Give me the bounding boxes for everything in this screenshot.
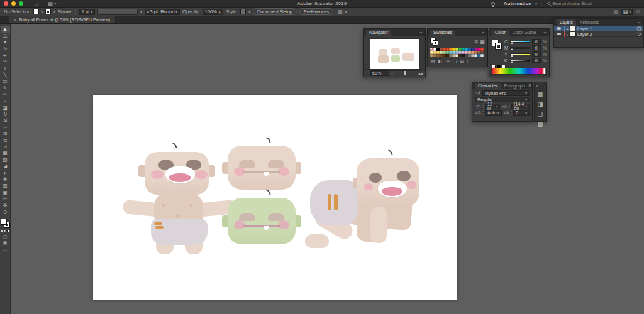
kerning-stepper[interactable]: ▴▾ bbox=[482, 111, 484, 115]
edit-toolbar-button[interactable]: … bbox=[3, 247, 8, 251]
pen-tool[interactable]: ✒ bbox=[1, 53, 10, 59]
document-grid-icon[interactable]: ▦ bbox=[613, 9, 618, 14]
collapsed-transform-panel-icon[interactable]: ❏ bbox=[536, 111, 545, 118]
channel-value-field[interactable]: 0 bbox=[532, 51, 541, 57]
shaper-tool[interactable]: ≈ bbox=[1, 98, 10, 104]
fill-stroke-widget[interactable] bbox=[1, 219, 10, 228]
zoom-tool[interactable]: ⊙ bbox=[1, 209, 10, 215]
fill-caret-icon[interactable]: ▾ bbox=[42, 10, 43, 14]
collapsed-artboards-panel-icon[interactable]: ▦ bbox=[536, 90, 545, 98]
channel-slider[interactable] bbox=[510, 53, 530, 55]
channel-slider[interactable] bbox=[510, 47, 530, 49]
brush-definition-field[interactable]: • 3 pt. Round ▾ bbox=[145, 9, 180, 15]
swatch[interactable] bbox=[430, 48, 433, 51]
stroke-weight-field[interactable]: 1 pt ▾ bbox=[79, 9, 95, 15]
symbol-sprayer-tool[interactable]: ❋ bbox=[1, 176, 10, 183]
eraser-tool[interactable]: ◪ bbox=[1, 105, 10, 111]
layer-target-icon[interactable] bbox=[638, 27, 641, 30]
workspace-switcher[interactable]: Automation bbox=[504, 1, 531, 6]
channel-slider[interactable] bbox=[510, 60, 530, 62]
line-segment-tool[interactable]: ╲ bbox=[1, 72, 10, 78]
channel-slider[interactable] bbox=[510, 41, 530, 43]
layer-visibility-eye-icon[interactable] bbox=[557, 27, 561, 30]
home-icon[interactable]: ⌂ bbox=[35, 1, 38, 7]
column-graph-tool[interactable]: ▥ bbox=[1, 183, 10, 189]
color-panel-menu-icon[interactable]: ≡ bbox=[543, 30, 547, 35]
stroke-caret-icon[interactable]: ▾ bbox=[53, 10, 55, 14]
navigator-zoom-field[interactable]: 50% bbox=[370, 70, 389, 76]
swatch-libraries-icon[interactable]: ▤ bbox=[431, 59, 435, 64]
tab-navigator[interactable]: Navigator bbox=[366, 30, 391, 36]
layer-thumbnail[interactable] bbox=[570, 32, 575, 36]
list-view-icon[interactable]: ≣ bbox=[474, 39, 479, 45]
font-size-field[interactable]: 12 pt▾ bbox=[485, 104, 500, 109]
navigator-zoom-in-icon[interactable]: ▲▲ bbox=[418, 72, 423, 75]
screen-mode-button[interactable]: ▣ bbox=[3, 241, 8, 245]
isolate-caret-icon[interactable]: ▾ bbox=[345, 10, 347, 14]
magic-wand-tool[interactable]: ✶ bbox=[1, 40, 10, 46]
layers-panel-menu-icon[interactable]: ≡ bbox=[638, 19, 641, 25]
rotate-tool[interactable]: ↻ bbox=[1, 111, 10, 117]
kerning-field[interactable]: Auto▾ bbox=[485, 110, 502, 116]
layer-thumbnail[interactable] bbox=[570, 26, 575, 31]
control-bar-menu-icon[interactable]: ≣ bbox=[636, 9, 640, 14]
navigator-zoom-out-icon[interactable]: − bbox=[366, 71, 369, 75]
stroke-weight-stepper[interactable]: ▴▾ bbox=[75, 9, 77, 14]
layer-name[interactable]: Layer 2 bbox=[577, 32, 638, 36]
tab-artboards[interactable]: Artboards bbox=[577, 19, 602, 26]
layer-name[interactable]: Layer 1 bbox=[577, 26, 638, 31]
color-mode-button[interactable] bbox=[1, 230, 3, 232]
font-size-stepper[interactable]: ▴▾ bbox=[482, 104, 484, 109]
curvature-tool[interactable]: ↷ bbox=[1, 59, 10, 65]
direct-selection-tool[interactable]: △ bbox=[1, 33, 10, 39]
tab-color-guide[interactable]: Color Guide bbox=[509, 30, 539, 36]
collapsed-pathfinder-panel-icon[interactable]: ◨ bbox=[536, 100, 545, 108]
new-color-group-icon[interactable]: ❑ bbox=[453, 59, 457, 64]
paintbrush-tool[interactable]: ✎ bbox=[1, 85, 10, 92]
collapsed-gradient-panel-icon[interactable]: ▩ bbox=[536, 121, 545, 128]
leading-stepper[interactable]: ▴▾ bbox=[509, 104, 510, 109]
workspace-caret-icon[interactable]: ▾ bbox=[535, 2, 537, 6]
swatches-fill-stroke-widget[interactable] bbox=[430, 38, 438, 46]
navigator-thumbnail[interactable] bbox=[370, 39, 419, 70]
opacity-field[interactable]: 100% ❯ bbox=[203, 9, 224, 15]
tab-paragraph[interactable]: Paragraph bbox=[501, 83, 528, 89]
layer-row[interactable]: ▸Layer 2 bbox=[554, 31, 643, 37]
grid-view-icon[interactable]: ▦ bbox=[480, 39, 485, 45]
hand-tool[interactable]: ✣ bbox=[1, 203, 10, 209]
close-window-button[interactable] bbox=[4, 1, 8, 6]
font-search-icon[interactable]: ⌕A bbox=[475, 90, 481, 95]
expand-dock-icon[interactable]: « bbox=[535, 84, 538, 88]
shape-builder-tool[interactable]: ⧉ bbox=[1, 138, 10, 144]
pencil-tool[interactable]: ✏ bbox=[1, 92, 10, 98]
draw-mode-button[interactable]: ▢ bbox=[3, 234, 8, 239]
type-tool[interactable]: T bbox=[1, 65, 10, 72]
lasso-tool[interactable]: ∿ bbox=[1, 46, 10, 52]
stroke-color-chip[interactable] bbox=[45, 9, 51, 14]
isolate-icon[interactable]: ▦ bbox=[337, 9, 343, 15]
arrange-documents-button[interactable]: ▤ ▾ bbox=[621, 9, 633, 15]
stroke-label-link[interactable]: Stroke: bbox=[58, 9, 73, 14]
channel-value-field[interactable]: 0 bbox=[532, 45, 541, 50]
preferences-button[interactable]: Preferences bbox=[299, 8, 333, 15]
discover-icon[interactable] bbox=[491, 2, 495, 6]
tracking-stepper[interactable]: ▴▾ bbox=[511, 111, 512, 115]
swatches-panel-menu-icon[interactable]: ≡ bbox=[482, 30, 485, 35]
artboard-tool[interactable]: ▣ bbox=[1, 190, 10, 196]
channel-value-field[interactable]: 0 bbox=[532, 39, 541, 44]
expand-layer-icon[interactable]: ▸ bbox=[567, 26, 569, 31]
font-family-field[interactable]: Myriad Pro ▾ bbox=[482, 90, 530, 96]
slice-tool[interactable]: ✂ bbox=[1, 196, 10, 202]
swatch[interactable] bbox=[480, 54, 484, 57]
fill-swatch[interactable] bbox=[1, 219, 7, 225]
character-panel-menu-icon[interactable]: ≡ bbox=[528, 83, 531, 89]
style-chip[interactable] bbox=[240, 9, 246, 14]
width-tool[interactable]: ↔ bbox=[1, 124, 10, 131]
channel-value-field[interactable]: 0 bbox=[532, 58, 541, 63]
tab-swatches[interactable]: Swatches bbox=[430, 30, 455, 36]
zoom-window-button[interactable] bbox=[19, 1, 23, 6]
document-tab[interactable]: × Baby all Poses.ai @ 50% (RGB/GPU Previ… bbox=[9, 16, 116, 23]
new-swatch-icon[interactable]: ⊞ bbox=[460, 59, 464, 64]
eyedropper-tool[interactable]: ◢ bbox=[1, 163, 10, 170]
selection-tool[interactable]: ▲ bbox=[1, 26, 10, 33]
